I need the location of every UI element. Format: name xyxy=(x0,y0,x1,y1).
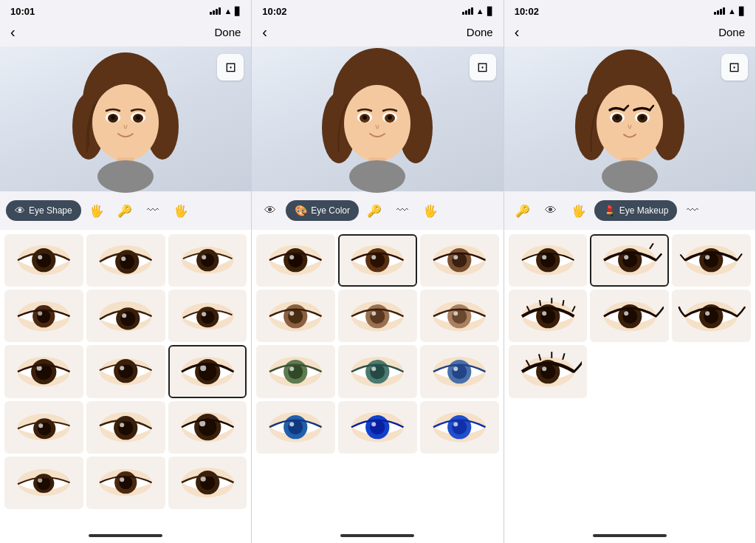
eye-cell-3-0[interactable] xyxy=(509,234,588,287)
svg-point-98 xyxy=(289,309,303,324)
svg-point-171 xyxy=(542,366,546,371)
cat-eye-shape[interactable]: 👁 Eye Shape xyxy=(6,200,81,221)
eye-cell-2-11[interactable] xyxy=(420,401,499,454)
cat-eye3-1[interactable]: 👁 xyxy=(538,198,563,223)
svg-point-9 xyxy=(136,115,140,120)
svg-point-78 xyxy=(362,115,367,120)
eye-cell-1-2[interactable] xyxy=(168,234,247,287)
eye-grid-3 xyxy=(504,230,755,528)
eye-cell-3-3[interactable] xyxy=(509,290,588,342)
cat-hand-1[interactable]: 🖐 xyxy=(84,198,109,223)
eye-cell-1-4[interactable] xyxy=(86,290,165,342)
svg-point-135 xyxy=(597,85,663,162)
camera-icon-2: ⊡ xyxy=(477,59,488,75)
eye-cell-1-14[interactable] xyxy=(168,457,247,509)
done-button-3[interactable]: Done xyxy=(718,26,745,38)
eye-cell-3-4[interactable] xyxy=(590,290,669,342)
done-button-2[interactable]: Done xyxy=(467,26,493,38)
status-time-3: 10:02 xyxy=(515,6,539,17)
svg-point-31 xyxy=(122,313,126,318)
eye-cell-2-8[interactable] xyxy=(420,345,499,397)
eye-cell-2-1[interactable] xyxy=(338,234,417,287)
back-button-1[interactable]: ‹ xyxy=(10,24,16,41)
done-button-1[interactable]: Done xyxy=(214,26,241,38)
eye-cell-3-2[interactable] xyxy=(672,234,751,287)
wifi-icon-2: ▲ xyxy=(476,7,484,16)
camera-button-1[interactable]: ⊡ xyxy=(217,54,244,81)
eye-cell-1-5[interactable] xyxy=(168,290,247,342)
status-icons-2: ▲ ▊ xyxy=(462,7,493,16)
avatar-area-2: ⊡ xyxy=(252,47,503,191)
eye-cell-2-5[interactable] xyxy=(420,290,499,342)
camera-button-3[interactable]: ⊡ xyxy=(721,54,748,81)
svg-point-47 xyxy=(200,365,206,371)
eye-cell-3-5[interactable] xyxy=(672,290,751,342)
battery-icon-2: ▊ xyxy=(487,7,493,16)
eye-cell-1-3[interactable] xyxy=(4,290,83,342)
svg-point-30 xyxy=(120,311,135,326)
status-time-2: 10:02 xyxy=(262,6,286,17)
camera-icon-3: ⊡ xyxy=(729,59,740,75)
memoji-svg-3 xyxy=(571,45,689,193)
svg-point-23 xyxy=(202,256,206,260)
svg-point-123 xyxy=(290,422,295,426)
svg-point-107 xyxy=(453,311,458,315)
svg-point-87 xyxy=(290,256,295,260)
camera-button-2[interactable]: ⊡ xyxy=(470,54,496,81)
status-bar-2: 10:02 ▲ ▊ xyxy=(252,0,503,21)
svg-point-155 xyxy=(706,256,710,260)
cat-key2-1[interactable]: 🔑 xyxy=(362,198,387,223)
eye-cell-3-6[interactable] xyxy=(509,345,588,397)
home-bar-3 xyxy=(593,534,667,537)
svg-point-143 xyxy=(602,160,658,193)
status-bar-1: 10:01 ▲ ▊ xyxy=(0,0,251,21)
eye-cell-1-7[interactable] xyxy=(86,345,165,397)
eye-grid-1 xyxy=(0,230,251,528)
cat-hand3-1[interactable]: 🖐 xyxy=(566,198,591,223)
cat-wave2-1[interactable]: 〰 xyxy=(390,198,415,223)
cat-eye-makeup[interactable]: 💄 Eye Makeup xyxy=(594,200,678,221)
eye-cell-2-6[interactable] xyxy=(256,345,335,397)
eye-cell-2-4[interactable] xyxy=(338,290,417,342)
status-icons-3: ▲ ▊ xyxy=(714,7,745,16)
cat-hand2-1[interactable]: 🖐 xyxy=(168,198,193,223)
eye-cell-2-3[interactable] xyxy=(256,290,335,342)
eye-cell-2-7[interactable] xyxy=(338,345,417,397)
eye-cell-1-8[interactable] xyxy=(168,345,247,397)
svg-point-162 xyxy=(622,309,637,324)
back-button-3[interactable]: ‹ xyxy=(515,24,520,41)
cat-key-1[interactable]: 🔑 xyxy=(112,198,137,223)
cat-hand2-2[interactable]: 🖐 xyxy=(418,198,443,223)
cat-eye2-1[interactable]: 👁 xyxy=(258,198,283,223)
eye-cell-1-12[interactable] xyxy=(4,457,83,509)
cat-eye-color[interactable]: 🎨 Eye Color xyxy=(286,200,359,221)
eye-cell-2-10[interactable] xyxy=(338,401,417,454)
eye-cell-1-10[interactable] xyxy=(86,401,165,454)
eye-cell-2-9[interactable] xyxy=(256,401,335,454)
svg-point-115 xyxy=(371,366,376,371)
memoji-svg-2 xyxy=(318,45,436,193)
svg-point-103 xyxy=(371,311,376,315)
eye-cell-2-0[interactable] xyxy=(256,234,335,287)
cat-key3-1[interactable]: 🔑 xyxy=(510,198,535,223)
eye-cell-1-13[interactable] xyxy=(86,457,165,509)
eye-cell-1-11[interactable] xyxy=(168,401,247,454)
cat-wave3-1[interactable]: 〰 xyxy=(680,198,705,223)
svg-point-106 xyxy=(452,309,467,324)
eye-cell-1-0[interactable] xyxy=(4,234,83,287)
svg-point-114 xyxy=(370,364,385,379)
eye-grid-2 xyxy=(252,230,503,528)
home-bar-2 xyxy=(340,534,414,537)
back-button-2[interactable]: ‹ xyxy=(262,24,267,41)
eye-cell-2-2[interactable] xyxy=(420,234,499,287)
eye-shape-icon: 👁 xyxy=(15,205,25,216)
cat-wave-1[interactable]: 〰 xyxy=(140,198,165,223)
eye-cell-1-9[interactable] xyxy=(4,401,83,454)
eye-cell-3-1[interactable] xyxy=(590,234,669,287)
svg-point-14 xyxy=(36,253,51,268)
eye-cell-1-1[interactable] xyxy=(86,234,165,287)
eye-cell-1-6[interactable] xyxy=(4,345,83,397)
cat-eye-makeup-label: Eye Makeup xyxy=(619,205,669,216)
avatar-2 xyxy=(311,38,444,200)
svg-point-159 xyxy=(542,311,546,315)
